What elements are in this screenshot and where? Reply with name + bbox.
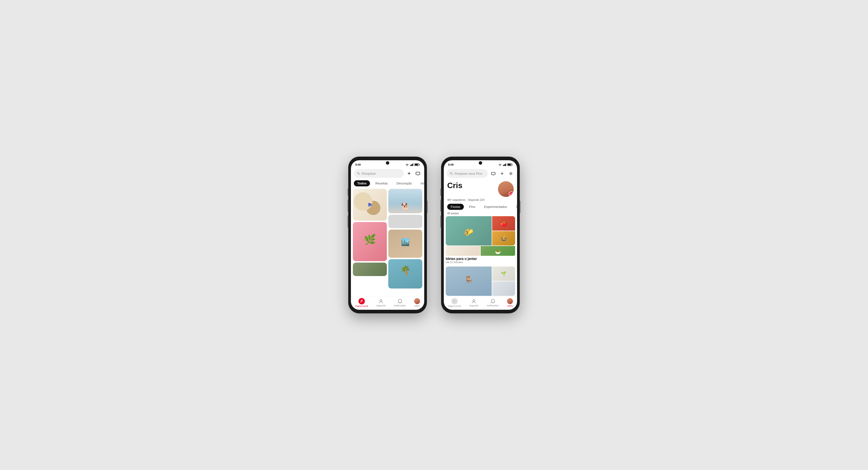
following-count: Seguindo 224: [468, 198, 484, 201]
bottom-nav-2: P Página inicial Seguindo: [444, 296, 517, 310]
svg-rect-5: [419, 164, 420, 165]
power-button-2: [519, 201, 520, 213]
nav-following-2[interactable]: Seguindo: [469, 299, 478, 307]
front-camera-2: [479, 161, 482, 165]
tab-pins[interactable]: Pins: [466, 204, 479, 210]
status-icons-2: [498, 163, 513, 166]
pin-moss[interactable]: [353, 262, 387, 276]
board-preview-main-sala: [446, 267, 492, 296]
volume-up-button-2: [441, 199, 441, 212]
volume-down-button-2: [441, 215, 441, 228]
svg-rect-13: [504, 164, 505, 166]
add-button-2[interactable]: [498, 170, 505, 177]
svg-point-11: [380, 299, 382, 301]
search-placeholder-2: Pesquise seus Pins: [455, 172, 482, 176]
search-bar-1[interactable]: Pesquisar: [354, 169, 404, 178]
person-icon-2: [471, 299, 476, 304]
nav-notifications-1[interactable]: Notificações: [394, 299, 406, 307]
tab-inspi[interactable]: Inspi...: [417, 180, 424, 186]
search-placeholder-1: Pesquisar: [362, 172, 376, 176]
nav-home-label-1: Página inicial: [355, 305, 368, 307]
nav-home-2[interactable]: P Página inicial: [448, 298, 461, 307]
svg-point-24: [473, 299, 474, 301]
pinterest-logo-1: P: [359, 298, 365, 304]
board-preview-jantar: [446, 216, 515, 246]
time-1: 8:08: [355, 163, 361, 166]
board-title-jantar: Ideias para o jantar: [446, 257, 515, 261]
board-preview-extra-jantar: [446, 246, 515, 256]
tab-pastas[interactable]: Pastas: [447, 204, 464, 210]
settings-button-2[interactable]: [507, 170, 514, 177]
nav-notifications-label-2: Notificações: [487, 304, 499, 307]
pin-palm[interactable]: [388, 259, 422, 288]
tab-experimentados[interactable]: Experimentados: [481, 204, 510, 210]
nav-notifications-2[interactable]: Notificações: [487, 299, 499, 307]
pin-dog[interactable]: [388, 189, 422, 213]
board-item-sala[interactable]: Sala de estar: [446, 267, 515, 296]
tab-todos[interactable]: Todos: [354, 180, 370, 186]
tab-se[interactable]: Se...: [513, 204, 517, 210]
svg-rect-2: [412, 164, 412, 166]
tab-receitas[interactable]: Receitas: [372, 180, 391, 186]
avatar-nav-2: [507, 298, 513, 304]
svg-rect-0: [410, 165, 411, 166]
boards-list: 49 pastas Ideias para o jantar Há 12 min…: [444, 211, 517, 296]
nav-following-1[interactable]: Seguindo: [376, 299, 385, 307]
profile-avatar[interactable]: [498, 181, 514, 197]
search-bar-2[interactable]: Pesquise seus Pins: [447, 169, 488, 178]
boards-count: 49 pastas: [446, 212, 515, 216]
bottom-nav-1: P Página inicial Seguindo: [351, 296, 424, 310]
wifi-icon-2: [498, 163, 502, 166]
phone-screen-2: 8:08: [444, 160, 517, 310]
message-button-2[interactable]: [490, 170, 497, 177]
person-icon-1: [378, 299, 384, 304]
tab-decoracao[interactable]: Decoração: [393, 180, 415, 186]
message-button-1[interactable]: [414, 170, 421, 177]
bell-icon-2: [490, 299, 496, 304]
status-icons-1: [405, 163, 420, 166]
search-icon-2: [450, 172, 453, 175]
header-row-2: Pesquise seus Pins: [444, 168, 517, 179]
profile-name: Cris: [447, 181, 462, 190]
svg-rect-14: [505, 164, 505, 166]
board-preview-main-jantar: [446, 216, 492, 246]
phone-2: 8:08: [441, 157, 520, 313]
nav-saved-1[interactable]: Salvo: [414, 298, 420, 307]
add-button-1[interactable]: [406, 170, 412, 177]
signal-icon: [410, 163, 413, 166]
nav-saved-2[interactable]: Salvo: [507, 298, 513, 307]
pin-col-right: [388, 189, 422, 296]
profile-section: Cris 487 seguidores · Seguindo 224: [444, 179, 517, 203]
phone-screen-1: 8:08: [351, 160, 424, 310]
mute-button-2: [441, 189, 441, 196]
svg-rect-15: [505, 163, 506, 166]
pin-gray[interactable]: [388, 215, 422, 228]
nav-home-1[interactable]: P Página inicial: [355, 298, 368, 307]
svg-rect-1: [411, 164, 412, 166]
pin-plant[interactable]: [353, 222, 387, 261]
pin-col-left: [353, 189, 387, 296]
svg-line-8: [359, 174, 360, 175]
header-row-1: Pesquisar: [351, 168, 424, 179]
search-icon-1: [357, 172, 360, 175]
profile-stats: 487 seguidores · Seguindo 224: [447, 198, 514, 201]
profile-tabs: Pastas Pins Experimentados Se...: [444, 203, 517, 211]
svg-point-19: [450, 172, 452, 174]
pin-food[interactable]: [353, 189, 387, 221]
board-item-jantar[interactable]: Ideias para o jantar Há 12 minutos: [446, 216, 515, 263]
pins-grid-1: [351, 188, 424, 296]
volume-up-button-1: [348, 199, 349, 212]
svg-line-20: [452, 174, 453, 175]
nav-following-label-2: Seguindo: [469, 304, 478, 307]
battery-icon-2: [507, 163, 513, 166]
board-preview-sm2-sala: [492, 281, 515, 296]
board-preview-sala: [446, 267, 515, 296]
svg-rect-3: [413, 163, 413, 166]
pin-buildings[interactable]: [388, 230, 422, 258]
followers-count: 487 seguidores: [447, 198, 466, 201]
time-2: 8:08: [448, 163, 454, 166]
signal-icon-2: [503, 163, 506, 166]
board-meta-jantar: Há 12 minutos: [446, 261, 515, 263]
phone-1: 8:08: [348, 157, 427, 313]
nav-notifications-label-1: Notificações: [394, 304, 406, 307]
